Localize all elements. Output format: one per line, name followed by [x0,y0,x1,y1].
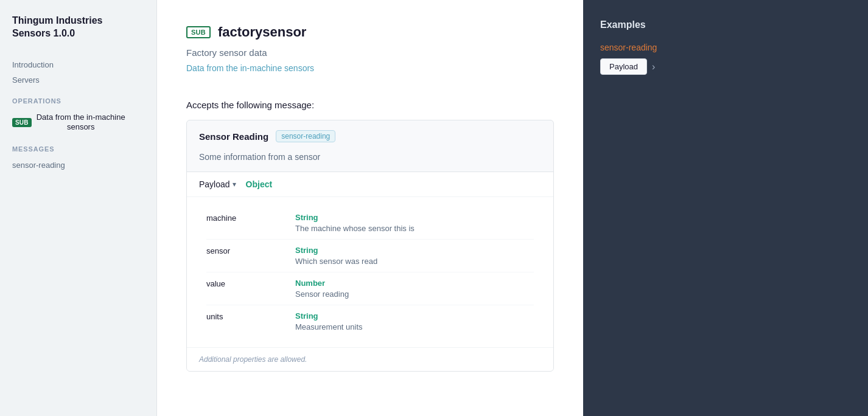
field-name-units: units [206,311,285,321]
message-card-title: Sensor Reading [199,131,268,142]
field-type-sensor: String [295,246,534,255]
schema-row-machine: machine String The machine whose sensor … [206,207,534,240]
schema-row-value: value Number Sensor reading [206,272,534,305]
field-name-sensor: sensor [206,246,285,255]
sidebar-item-active-operation[interactable]: SUB Data from the in-machine sensors [12,109,144,136]
field-desc-value: Sensor reading [295,289,534,299]
message-tag-badge: sensor-reading [276,130,335,142]
schema-row-sensor: sensor String Which sensor was read [206,240,534,272]
payload-section: Payload ▾ Object machine String The mach… [187,172,553,371]
field-info-units: String Measurement units [295,311,534,331]
page-header: SUB factorysensor [186,24,554,40]
payload-button[interactable]: Payload [600,58,647,75]
main-content: SUB factorysensor Factory sensor data Da… [157,0,583,416]
field-name-value: value [206,279,285,288]
payload-label[interactable]: Payload ▾ [199,179,236,189]
examples-title: Examples [600,19,851,30]
payload-header: Payload ▾ Object [187,172,553,197]
page-subtitle: Factory sensor data [186,47,554,58]
example-sensor-reading-link[interactable]: sensor-reading [600,43,851,52]
sub-badge: SUB [12,118,32,127]
sidebar-item-sensor-reading[interactable]: sensor-reading [12,158,144,173]
example-buttons: Payload › [600,58,851,75]
app-title: Thingum Industries Sensors 1.0.0 [12,15,144,40]
field-desc-machine: The machine whose sensor this is [295,224,534,233]
field-type-machine: String [295,213,534,222]
additional-props-note: Additional properties are allowed. [187,347,553,371]
field-name-machine: machine [206,213,285,223]
message-description: Some information from a sensor [187,152,553,172]
schema-table: machine String The machine whose sensor … [187,197,553,347]
field-type-value: Number [295,279,534,288]
field-info-sensor: String Which sensor was read [295,246,534,266]
message-card-header: Sensor Reading sensor-reading [187,120,553,152]
field-info-value: Number Sensor reading [295,279,534,299]
sidebar-item-servers[interactable]: Servers [12,72,144,88]
field-desc-units: Measurement units [295,322,534,331]
field-desc-sensor: Which sensor was read [295,257,534,266]
schema-row-units: units String Measurement units [206,305,534,338]
sidebar: Thingum Industries Sensors 1.0.0 Introdu… [0,0,157,416]
accepts-label: Accepts the following message: [186,100,554,110]
payload-type: Object [246,179,273,189]
page-sub-badge: SUB [186,26,211,38]
operations-section-label: OPERATIONS [12,97,144,105]
page-title: factorysensor [218,24,307,40]
chevron-right-icon[interactable]: › [652,61,655,72]
sidebar-item-introduction[interactable]: Introduction [12,57,144,72]
page-link[interactable]: Data from the in-machine sensors [186,63,314,73]
field-type-units: String [295,311,534,321]
messages-section-label: MESSAGES [12,145,144,153]
right-panel: Examples sensor-reading Payload › [583,0,868,416]
field-info-machine: String The machine whose sensor this is [295,213,534,233]
message-card: Sensor Reading sensor-reading Some infor… [186,120,554,372]
chevron-down-icon[interactable]: ▾ [233,180,236,189]
sidebar-active-text: Data from the in-machine sensors [37,113,125,133]
